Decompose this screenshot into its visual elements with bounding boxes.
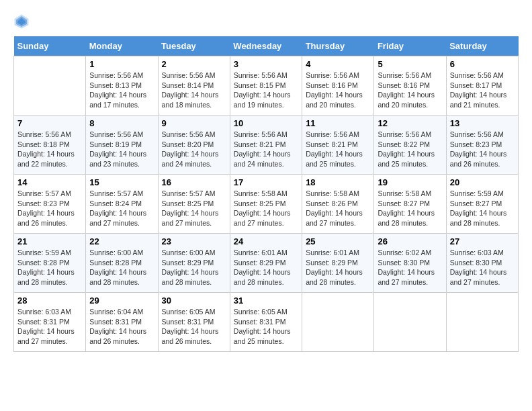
day-number: 26 <box>378 236 442 246</box>
day-info: Sunrise: 5:56 AM Sunset: 8:19 PM Dayligh… <box>89 130 154 169</box>
day-number: 12 <box>378 118 442 128</box>
calendar-week-row: 14Sunrise: 5:57 AM Sunset: 8:23 PM Dayli… <box>14 175 519 234</box>
calendar-cell: 24Sunrise: 6:01 AM Sunset: 8:29 PM Dayli… <box>230 234 302 293</box>
day-number: 25 <box>306 236 370 246</box>
day-info: Sunrise: 5:59 AM Sunset: 8:28 PM Dayligh… <box>17 248 82 287</box>
calendar-cell: 8Sunrise: 5:56 AM Sunset: 8:19 PM Daylig… <box>86 116 158 175</box>
calendar-cell: 3Sunrise: 5:56 AM Sunset: 8:15 PM Daylig… <box>230 56 302 116</box>
day-info: Sunrise: 5:56 AM Sunset: 8:16 PM Dayligh… <box>378 71 442 110</box>
calendar-cell: 12Sunrise: 5:56 AM Sunset: 8:22 PM Dayli… <box>374 116 446 175</box>
calendar-cell: 4Sunrise: 5:56 AM Sunset: 8:16 PM Daylig… <box>302 56 374 116</box>
calendar-cell: 29Sunrise: 6:04 AM Sunset: 8:31 PM Dayli… <box>86 293 158 352</box>
day-number: 27 <box>450 236 515 246</box>
day-info: Sunrise: 5:58 AM Sunset: 8:25 PM Dayligh… <box>234 189 298 228</box>
day-info: Sunrise: 5:58 AM Sunset: 8:27 PM Dayligh… <box>378 189 442 228</box>
day-info: Sunrise: 5:56 AM Sunset: 8:15 PM Dayligh… <box>234 71 298 110</box>
day-info: Sunrise: 6:03 AM Sunset: 8:31 PM Dayligh… <box>17 307 82 347</box>
day-number: 29 <box>89 295 154 306</box>
day-number: 16 <box>162 177 226 187</box>
calendar-cell: 31Sunrise: 6:05 AM Sunset: 8:31 PM Dayli… <box>230 293 302 352</box>
calendar-cell: 30Sunrise: 6:05 AM Sunset: 8:31 PM Dayli… <box>158 293 230 352</box>
day-number: 19 <box>378 177 442 187</box>
day-number: 18 <box>306 177 370 187</box>
day-info: Sunrise: 5:56 AM Sunset: 8:23 PM Dayligh… <box>450 130 515 169</box>
day-number: 5 <box>378 59 442 69</box>
calendar-cell: 16Sunrise: 5:57 AM Sunset: 8:25 PM Dayli… <box>158 175 230 234</box>
day-info: Sunrise: 6:01 AM Sunset: 8:29 PM Dayligh… <box>234 248 298 287</box>
weekday-header: Monday <box>86 36 158 56</box>
day-info: Sunrise: 5:56 AM Sunset: 8:21 PM Dayligh… <box>306 130 370 169</box>
calendar-cell: 5Sunrise: 5:56 AM Sunset: 8:16 PM Daylig… <box>374 56 446 116</box>
calendar-cell: 15Sunrise: 5:57 AM Sunset: 8:24 PM Dayli… <box>86 175 158 234</box>
day-info: Sunrise: 5:56 AM Sunset: 8:17 PM Dayligh… <box>450 71 515 110</box>
day-number: 11 <box>306 118 370 128</box>
day-info: Sunrise: 5:57 AM Sunset: 8:24 PM Dayligh… <box>89 189 154 228</box>
day-info: Sunrise: 6:02 AM Sunset: 8:30 PM Dayligh… <box>378 248 442 287</box>
calendar-cell: 27Sunrise: 6:03 AM Sunset: 8:30 PM Dayli… <box>446 234 518 293</box>
weekday-header: Wednesday <box>230 36 302 56</box>
calendar-cell: 6Sunrise: 5:56 AM Sunset: 8:17 PM Daylig… <box>446 56 518 116</box>
calendar-week-row: 28Sunrise: 6:03 AM Sunset: 8:31 PM Dayli… <box>14 293 519 352</box>
calendar-cell: 20Sunrise: 5:59 AM Sunset: 8:27 PM Dayli… <box>446 175 518 234</box>
calendar-cell: 11Sunrise: 5:56 AM Sunset: 8:21 PM Dayli… <box>302 116 374 175</box>
weekday-header: Tuesday <box>158 36 230 56</box>
day-number: 23 <box>162 236 226 246</box>
day-number: 20 <box>450 177 515 187</box>
calendar-cell: 26Sunrise: 6:02 AM Sunset: 8:30 PM Dayli… <box>374 234 446 293</box>
header <box>13 13 519 30</box>
day-number: 13 <box>450 118 515 128</box>
day-info: Sunrise: 5:56 AM Sunset: 8:13 PM Dayligh… <box>89 71 154 110</box>
day-info: Sunrise: 5:56 AM Sunset: 8:16 PM Dayligh… <box>306 71 370 110</box>
day-number: 31 <box>234 295 298 306</box>
day-number: 9 <box>162 118 226 128</box>
day-info: Sunrise: 5:56 AM Sunset: 8:14 PM Dayligh… <box>162 71 226 110</box>
calendar-cell: 10Sunrise: 5:56 AM Sunset: 8:21 PM Dayli… <box>230 116 302 175</box>
day-info: Sunrise: 5:57 AM Sunset: 8:23 PM Dayligh… <box>17 189 82 228</box>
calendar-cell <box>374 293 446 352</box>
day-info: Sunrise: 6:05 AM Sunset: 8:31 PM Dayligh… <box>234 307 298 347</box>
day-number: 22 <box>89 236 154 246</box>
day-number: 10 <box>234 118 298 128</box>
calendar-cell: 25Sunrise: 6:01 AM Sunset: 8:29 PM Dayli… <box>302 234 374 293</box>
calendar-cell: 14Sunrise: 5:57 AM Sunset: 8:23 PM Dayli… <box>14 175 86 234</box>
calendar-cell: 7Sunrise: 5:56 AM Sunset: 8:18 PM Daylig… <box>14 116 86 175</box>
day-info: Sunrise: 6:01 AM Sunset: 8:29 PM Dayligh… <box>306 248 370 287</box>
calendar-cell <box>302 293 374 352</box>
day-info: Sunrise: 5:59 AM Sunset: 8:27 PM Dayligh… <box>450 189 515 228</box>
weekday-header: Friday <box>374 36 446 56</box>
calendar-week-row: 1Sunrise: 5:56 AM Sunset: 8:13 PM Daylig… <box>14 56 519 116</box>
day-info: Sunrise: 6:00 AM Sunset: 8:29 PM Dayligh… <box>162 248 226 287</box>
weekday-header: Sunday <box>14 36 86 56</box>
day-number: 17 <box>234 177 298 187</box>
day-number: 15 <box>89 177 154 187</box>
day-number: 6 <box>450 59 515 69</box>
day-info: Sunrise: 6:04 AM Sunset: 8:31 PM Dayligh… <box>89 307 154 347</box>
day-info: Sunrise: 6:05 AM Sunset: 8:31 PM Dayligh… <box>162 307 226 347</box>
day-number: 8 <box>89 118 154 128</box>
calendar-cell: 28Sunrise: 6:03 AM Sunset: 8:31 PM Dayli… <box>14 293 86 352</box>
day-number: 14 <box>17 177 82 187</box>
calendar-cell: 19Sunrise: 5:58 AM Sunset: 8:27 PM Dayli… <box>374 175 446 234</box>
day-number: 3 <box>234 59 298 69</box>
day-info: Sunrise: 5:58 AM Sunset: 8:26 PM Dayligh… <box>306 189 370 228</box>
day-info: Sunrise: 5:56 AM Sunset: 8:18 PM Dayligh… <box>17 130 82 169</box>
calendar-cell: 22Sunrise: 6:00 AM Sunset: 8:28 PM Dayli… <box>86 234 158 293</box>
weekday-header: Saturday <box>446 36 518 56</box>
day-number: 28 <box>17 295 82 306</box>
day-number: 4 <box>306 59 370 69</box>
day-info: Sunrise: 5:57 AM Sunset: 8:25 PM Dayligh… <box>162 189 226 228</box>
day-number: 7 <box>17 118 82 128</box>
weekday-header-row: SundayMondayTuesdayWednesdayThursdayFrid… <box>14 36 519 56</box>
calendar-cell: 23Sunrise: 6:00 AM Sunset: 8:29 PM Dayli… <box>158 234 230 293</box>
calendar-cell <box>446 293 518 352</box>
logo <box>13 13 32 30</box>
calendar-week-row: 7Sunrise: 5:56 AM Sunset: 8:18 PM Daylig… <box>14 116 519 175</box>
calendar-cell: 9Sunrise: 5:56 AM Sunset: 8:20 PM Daylig… <box>158 116 230 175</box>
day-number: 24 <box>234 236 298 246</box>
calendar-cell: 17Sunrise: 5:58 AM Sunset: 8:25 PM Dayli… <box>230 175 302 234</box>
calendar-week-row: 21Sunrise: 5:59 AM Sunset: 8:28 PM Dayli… <box>14 234 519 293</box>
day-number: 21 <box>17 236 82 246</box>
day-number: 2 <box>162 59 226 69</box>
day-info: Sunrise: 5:56 AM Sunset: 8:20 PM Dayligh… <box>162 130 226 169</box>
calendar-cell: 18Sunrise: 5:58 AM Sunset: 8:26 PM Dayli… <box>302 175 374 234</box>
